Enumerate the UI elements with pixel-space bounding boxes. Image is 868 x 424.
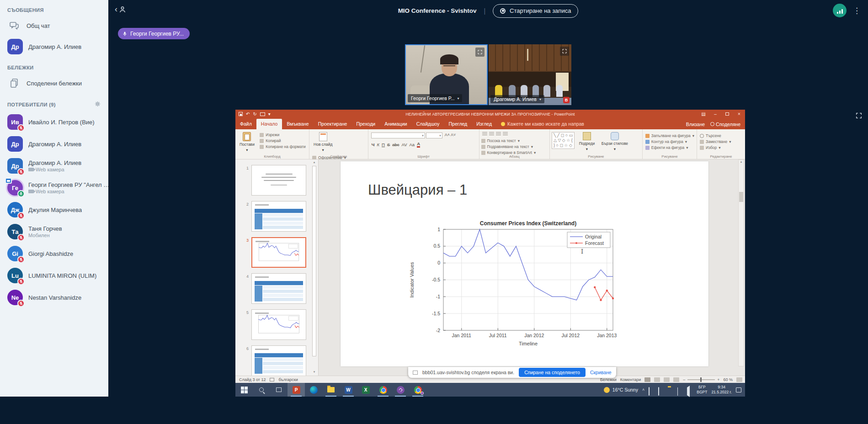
tray-expand-chevron[interactable]: ˄ (642, 387, 644, 392)
fit-to-window-button[interactable] (736, 377, 742, 382)
new-slide-button[interactable]: Нов слайд▾ (311, 131, 335, 154)
ppt-tab-Вмъкване[interactable]: Вмъкване (282, 119, 313, 129)
slide-thumbnail-3[interactable] (251, 237, 306, 268)
line-spacing-icon[interactable] (503, 132, 508, 136)
language-label[interactable]: български (278, 377, 298, 382)
scroll-down-arrow[interactable]: ▾ (312, 370, 317, 375)
ppt-tab-Проектиране[interactable]: Проектиране (314, 119, 352, 129)
cpi-switzerland-chart[interactable]: Jan 2011 Jul 2011 Jan 2012 Jul 2012 Jan … (407, 219, 617, 347)
taskbar-app-excel[interactable]: X (357, 383, 374, 397)
font-name-combo[interactable]: ▾ (371, 132, 425, 138)
webcam-name-label[interactable]: Драгомир А. Илиев▾ (490, 95, 544, 103)
slide-thumbnail-6[interactable] (251, 345, 306, 376)
font-style-button[interactable]: S (387, 142, 390, 147)
font-style-button[interactable]: Aa (410, 142, 415, 147)
close-button[interactable]: × (733, 110, 745, 118)
find-button[interactable]: Търсене (700, 133, 731, 138)
clock[interactable]: 9:3421.5.2022 г. (711, 385, 732, 394)
ppt-tab-Файл[interactable]: Файл (235, 119, 256, 129)
font-style-button[interactable]: abc (392, 142, 399, 147)
slide-thumbnail-4[interactable] (251, 273, 306, 304)
scroll-up-arrow[interactable]: ▴ (739, 160, 744, 165)
shape-fill-button[interactable]: Запълване на фигура▾ (645, 133, 694, 138)
select-button[interactable]: Избор▾ (700, 145, 731, 150)
webcam-fullscreen-icon[interactable] (560, 47, 569, 56)
talking-indicator[interactable]: Георги Георгиев РУ... (118, 28, 190, 39)
phone-tray-icon[interactable] (649, 387, 654, 392)
search-button[interactable] (253, 383, 270, 397)
start-recording-button[interactable]: Стартиране на записа (493, 4, 578, 18)
stop-sharing-button[interactable]: Спиране на споделянето (519, 368, 586, 377)
taskbar-app-chrome-profile[interactable] (409, 383, 426, 397)
align-text-button[interactable]: Подравняване на текст▾ (481, 144, 536, 149)
taskbar-app-explorer[interactable] (322, 383, 340, 397)
copy-button[interactable]: Копирай (260, 138, 306, 143)
webcam-fullscreen-icon[interactable] (475, 48, 485, 57)
taskbar-app-edge[interactable] (305, 383, 322, 397)
user-list-item[interactable]: Др Драгомир А. Илиев (0, 133, 108, 155)
mic-tray-icon[interactable] (658, 387, 664, 392)
options-kebab-menu[interactable]: ⋮ (851, 5, 863, 16)
volume-tray-icon[interactable] (687, 387, 692, 392)
weather-widget[interactable]: 16°C Sunny (604, 387, 638, 393)
ppt-tab-Преходи[interactable]: Преходи (351, 119, 380, 129)
font-style-button[interactable]: К (377, 142, 379, 147)
taskbar-app-powerpoint[interactable]: P (288, 383, 305, 397)
font-style-button[interactable]: AV (402, 142, 407, 147)
users-settings-gear-icon[interactable] (94, 101, 101, 108)
format-painter-button[interactable]: Копиране на формати (260, 144, 306, 149)
taskbar-app-chrome[interactable] (374, 383, 392, 397)
cut-button[interactable]: Изрежи (260, 132, 306, 137)
connection-status-icon[interactable] (833, 4, 847, 17)
sidebar-item-shared-notes[interactable]: Споделени бележки (0, 73, 108, 93)
shapes-gallery[interactable]: ╲ ╱ ◻ ○ ▭△ ▽ ◇ ☆ {} ○ ◻ ☆ ◇ (552, 132, 575, 149)
paste-button[interactable]: Постави▾ (237, 131, 257, 154)
ribbon-display-options-button[interactable]: ▤ (698, 110, 709, 118)
slide-scrollbar[interactable]: ▴ (738, 159, 744, 366)
save-icon[interactable] (239, 112, 243, 116)
user-list-item[interactable]: Lu LUMINITA MIRON (ULIM) (0, 265, 108, 286)
slideshow-view-button[interactable] (673, 377, 679, 382)
thumbnails-scrollbar[interactable]: ▴ ▾ (312, 160, 317, 375)
webcam-tile-georgi[interactable]: Георги Георгиев Р...▾ (405, 44, 488, 105)
slideshow-icon[interactable] (260, 112, 265, 116)
user-list-item[interactable]: Gi Giorgi Abashidze (0, 243, 108, 265)
slide-thumbnail-5[interactable] (251, 309, 306, 340)
user-list-item[interactable]: Ив Ивайло И. Петров (Вие) (0, 111, 108, 133)
user-list-item[interactable]: Та Таня ГорчевМобилен (0, 221, 108, 243)
reading-view-button[interactable] (664, 377, 670, 382)
taskbar-app-viber[interactable] (392, 383, 409, 397)
task-view-button[interactable] (270, 383, 288, 397)
font-style-button[interactable]: П (382, 142, 385, 147)
keyboard-layout[interactable]: БГРBGPT (697, 385, 707, 394)
text-direction-button[interactable]: Посока на текст▾ (481, 138, 536, 143)
font-style-button[interactable]: A (417, 141, 420, 148)
comments-toggle[interactable]: Коментари (620, 377, 641, 382)
scrollbar-thumb[interactable] (312, 166, 316, 356)
replace-button[interactable]: Заместване▾ (700, 139, 731, 144)
restore-button[interactable] (721, 110, 733, 118)
sidebar-item-public-chat[interactable]: Общ чат (0, 16, 108, 36)
network-tray-icon[interactable] (677, 387, 683, 392)
ppt-tab-Анимации[interactable]: Анимации (380, 119, 411, 129)
font-style-button[interactable]: Ч (372, 142, 375, 147)
webcam-name-label[interactable]: Георги Георгиев Р...▾ (408, 94, 462, 102)
shape-effects-button[interactable]: Ефекти на фигура▾ (645, 145, 694, 150)
tell-me-box[interactable]: Кажете ми какво искате да направ (496, 121, 589, 129)
arrange-button[interactable]: Подреди▾ (577, 131, 597, 152)
share-button[interactable]: Споделяне (710, 122, 740, 127)
redo-icon[interactable]: ↻ (253, 111, 256, 117)
slide-thumbnail-2[interactable] (251, 201, 306, 232)
webcam-tile-dragomir[interactable]: Драгомир А. Илиев▾ B (489, 44, 571, 105)
sign-in-button[interactable]: Влизане (686, 122, 705, 127)
scrollbar-thumb[interactable] (739, 192, 743, 202)
font-size-combo[interactable]: ▾ (426, 132, 442, 138)
ppt-tab-Слайдшоу[interactable]: Слайдшоу (412, 119, 444, 129)
user-list-item[interactable]: Дж Джулия Маринчева (0, 199, 108, 221)
toggle-userlist-button[interactable]: ‹ (115, 5, 127, 14)
minimize-button[interactable]: – (709, 110, 721, 118)
taskbar-app-word[interactable]: W (340, 383, 357, 397)
indent-icon[interactable] (496, 132, 501, 136)
quick-styles-button[interactable]: Бързи стилове▾ (599, 131, 630, 152)
undo-icon[interactable]: ↶ (246, 111, 250, 117)
